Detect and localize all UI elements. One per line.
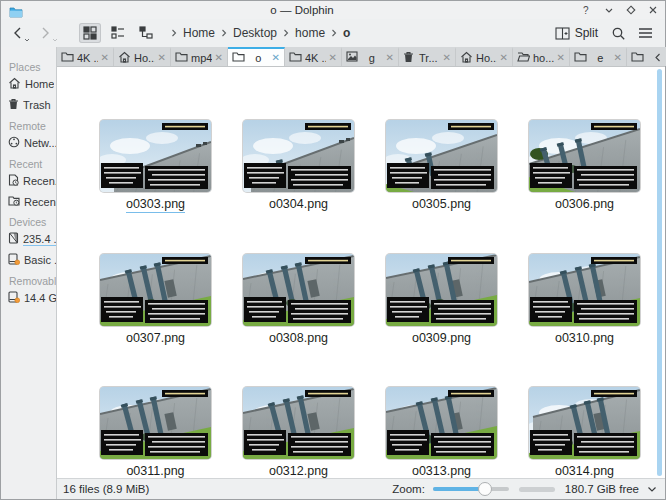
drive-badge-icon: [8, 253, 20, 267]
breadcrumb-separator-icon: [331, 29, 337, 37]
breadcrumb-item-home[interactable]: home: [291, 24, 329, 42]
breadcrumb-item-desktop[interactable]: Desktop: [229, 24, 281, 42]
breadcrumb-item-o[interactable]: o: [339, 24, 354, 42]
tab-close-icon[interactable]: ✕: [329, 53, 337, 63]
tab-close-icon[interactable]: ✕: [443, 53, 451, 63]
maximize-button[interactable]: [625, 4, 637, 16]
tab-ho[interactable]: ho... ✕: [513, 47, 570, 66]
tab-e[interactable]: e ✕: [570, 47, 627, 66]
sidebar-item-recen[interactable]: Recen...: [8, 174, 56, 188]
file-item-o0304[interactable]: o0304.png: [227, 120, 370, 213]
file-item-o0308[interactable]: o0308.png: [227, 254, 370, 346]
sidebar-item-trash[interactable]: Trash: [8, 98, 56, 112]
tab-close-icon[interactable]: ✕: [614, 53, 622, 63]
file-item-o0313[interactable]: o0313.png: [370, 387, 513, 478]
file-name: o0305.png: [412, 197, 471, 212]
tab-close-icon[interactable]: ✕: [386, 53, 394, 63]
folder-icon: [631, 51, 644, 64]
file-name: o0312.png: [269, 464, 328, 478]
tab-label: g: [361, 52, 383, 64]
file-thumbnail: [243, 387, 354, 459]
hamburger-menu-button[interactable]: [634, 24, 657, 42]
file-name: o0313.png: [412, 464, 471, 478]
file-item-o0314[interactable]: o0314.png: [513, 387, 656, 478]
search-button[interactable]: [607, 23, 630, 44]
sidebar-section-recent: Recent: [9, 158, 56, 170]
tab-mp4[interactable]: mp4 ✕: [171, 47, 228, 66]
file-item-o0306[interactable]: o0306.png: [513, 120, 656, 213]
icons-view-button[interactable]: [79, 23, 101, 43]
zoom-label: Zoom:: [392, 483, 425, 495]
tab-o[interactable]: o ✕: [228, 47, 285, 66]
forward-button[interactable]: [37, 24, 61, 42]
tab-close-icon[interactable]: ✕: [158, 53, 166, 63]
file-item-o0305[interactable]: o0305.png: [370, 120, 513, 213]
tab-close-icon[interactable]: ✕: [272, 53, 280, 63]
window-body: Places Home TrashRemote Netw...Recent Re…: [1, 47, 665, 499]
folder-view: o0303.png o0304.png o0305.png: [57, 67, 665, 478]
tab-tr[interactable]: Tr... ✕: [399, 47, 456, 66]
recent-folder-icon: [8, 195, 20, 208]
tab-g[interactable]: g ✕: [342, 47, 399, 66]
file-item-o0309[interactable]: o0309.png: [370, 254, 513, 346]
tab-label: o: [248, 52, 269, 64]
breadcrumb-item-home[interactable]: Home: [179, 24, 219, 42]
help-button[interactable]: ?: [581, 4, 593, 16]
tab-4k[interactable]: 4K ... ✕: [57, 47, 114, 66]
sidebar-item-2354[interactable]: 235.4 ...: [8, 232, 56, 246]
sidebar-section-remote: Remote: [9, 120, 56, 132]
file-item-o0310[interactable]: o0310.png: [513, 254, 656, 346]
tab-close-icon[interactable]: ✕: [500, 53, 508, 63]
tab-label: 4K ...: [305, 52, 326, 64]
folder-icon: [175, 51, 188, 64]
tab-close-icon[interactable]: ✕: [215, 53, 223, 63]
chevron-down-icon[interactable]: [647, 486, 657, 493]
tab-partial[interactable]: [627, 47, 649, 66]
zoom-slider[interactable]: [433, 482, 509, 496]
tab-scroll-left-icon[interactable]: [654, 48, 661, 66]
tab-label: ho...: [533, 52, 554, 64]
recent-file-icon: [8, 174, 19, 188]
split-button[interactable]: Split: [550, 23, 603, 43]
tab-ho[interactable]: Ho... ✕: [114, 47, 171, 66]
details-view-button[interactable]: [107, 23, 129, 43]
back-button[interactable]: [9, 24, 33, 42]
home-icon: [118, 51, 131, 65]
tab-4k[interactable]: 4K ... ✕: [285, 47, 342, 66]
sidebar-item-label: Recen...: [23, 175, 56, 187]
view-column: 4K ... ✕ Ho... ✕ mp4 ✕ o ✕ 4K ... ✕ g ✕ …: [57, 47, 665, 499]
file-item-o0312[interactable]: o0312.png: [227, 387, 370, 478]
minimize-button[interactable]: [603, 4, 615, 16]
file-item-o0303[interactable]: o0303.png: [84, 120, 227, 213]
tab-close-icon[interactable]: ✕: [557, 53, 565, 63]
sidebar-section-places: Places: [9, 61, 56, 73]
file-thumbnail: [243, 120, 354, 192]
file-thumbnail: [100, 387, 211, 459]
file-grid: o0303.png o0304.png o0305.png: [57, 67, 665, 478]
sidebar-item-basic[interactable]: Basic ...: [8, 253, 56, 267]
close-button[interactable]: [647, 4, 659, 16]
vertical-scrollbar[interactable]: [657, 69, 662, 476]
sidebar-item-label: Recen...: [24, 196, 56, 208]
dolphin-window: o — Dolphin ?: [0, 0, 666, 500]
sidebar-item-recen[interactable]: Recen...: [8, 195, 56, 208]
title-bar: o — Dolphin ?: [1, 1, 665, 19]
sidebar-item-144g[interactable]: 14.4 G...: [8, 291, 56, 305]
tab-close-icon[interactable]: ✕: [101, 53, 109, 63]
drive-badge-icon: [8, 291, 20, 305]
sidebar-item-home[interactable]: Home: [8, 77, 56, 91]
zoom-slider-handle[interactable]: [478, 482, 492, 496]
sidebar-item-netw[interactable]: Netw...: [8, 136, 56, 150]
file-item-o0307[interactable]: o0307.png: [84, 254, 227, 346]
file-item-o0311[interactable]: o0311.png: [84, 387, 227, 478]
tab-ho[interactable]: Ho... ✕: [456, 47, 513, 66]
file-thumbnail: [100, 120, 211, 192]
home-icon: [460, 51, 473, 65]
file-thumbnail: [529, 387, 640, 459]
tree-view-button[interactable]: [135, 23, 157, 43]
drive-icon: [8, 232, 19, 246]
sidebar-item-label: Home: [25, 78, 54, 90]
tab-label: Ho...: [476, 52, 497, 64]
file-name: o0314.png: [555, 464, 614, 478]
breadcrumb-separator-icon: [221, 29, 227, 37]
